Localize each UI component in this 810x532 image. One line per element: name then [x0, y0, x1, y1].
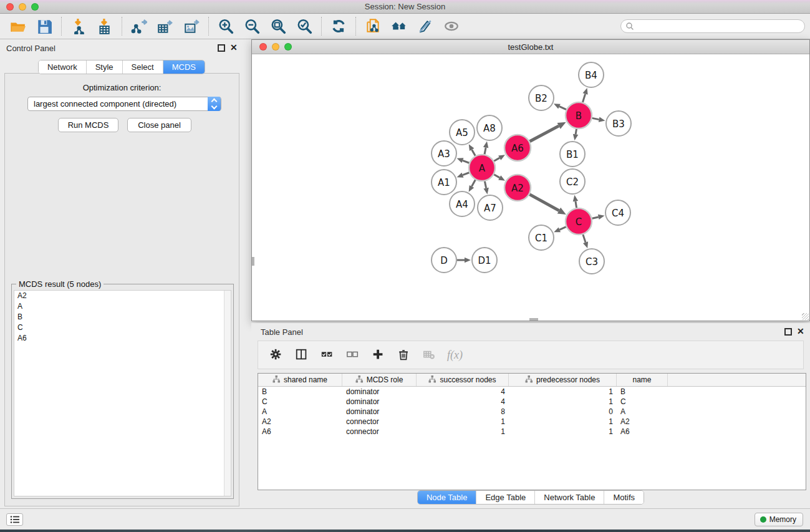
edge-B-B4[interactable]	[582, 94, 585, 102]
edge-C-C1[interactable]	[559, 227, 566, 230]
table-cell[interactable]: dominator	[342, 407, 417, 416]
add-row-button[interactable]	[367, 344, 390, 366]
table-cell[interactable]: A	[258, 407, 342, 416]
export-network-button[interactable]	[126, 16, 152, 37]
table-cell[interactable]: C	[617, 397, 668, 406]
zoom-in-button[interactable]	[213, 16, 239, 37]
table-cell[interactable]: A6	[258, 427, 342, 436]
column-header-predecessor-nodes[interactable]: predecessor nodes	[509, 374, 617, 386]
deselect-all-checks-button[interactable]	[341, 344, 364, 366]
zoom-out-button[interactable]	[239, 16, 265, 37]
table-cell[interactable]: 1	[417, 427, 509, 436]
edge-B-B2[interactable]	[559, 107, 566, 110]
close-window-button[interactable]	[6, 3, 14, 11]
show-columns-button[interactable]	[290, 344, 313, 366]
import-table-button[interactable]	[92, 16, 118, 37]
export-image-button[interactable]	[178, 16, 205, 37]
table-row[interactable]: Bdominator41B	[258, 387, 806, 397]
network-zoom-button[interactable]	[284, 43, 292, 51]
table-cell[interactable]: 4	[417, 387, 509, 396]
edge-A-A6[interactable]	[494, 158, 499, 161]
table-cell[interactable]: 4	[417, 397, 509, 406]
table-cell[interactable]: dominator	[342, 397, 417, 406]
float-panel-icon[interactable]	[218, 44, 225, 52]
tab-select[interactable]: Select	[123, 60, 163, 74]
zoom-fit-button[interactable]	[265, 16, 291, 37]
table-row[interactable]: Adominator80A	[258, 407, 806, 417]
column-header-name[interactable]: name	[617, 374, 668, 386]
edge-C-C2[interactable]	[576, 201, 577, 208]
zoom-window-button[interactable]	[31, 3, 39, 11]
resize-grip[interactable]	[802, 313, 809, 320]
save-session-button[interactable]	[31, 16, 57, 37]
edge-A-A4[interactable]	[471, 180, 475, 186]
result-list-item[interactable]: A2	[14, 291, 231, 301]
table-cell[interactable]: B	[258, 387, 342, 396]
minimize-window-button[interactable]	[19, 3, 26, 11]
network-from-selection-button[interactable]	[360, 16, 386, 37]
table-cell[interactable]: A6	[617, 427, 668, 436]
table-cell[interactable]: 1	[417, 417, 509, 426]
tab-node-table[interactable]: Node Table	[418, 491, 477, 504]
open-session-button[interactable]	[5, 16, 31, 37]
hide-annotations-button[interactable]	[412, 16, 438, 37]
table-cell[interactable]: C	[258, 397, 342, 406]
network-minimize-button[interactable]	[272, 43, 279, 51]
table-cell[interactable]: 1	[509, 427, 617, 436]
table-row[interactable]: A2connector11A2	[258, 417, 806, 427]
result-list-item[interactable]: B	[14, 312, 231, 322]
network-canvas[interactable]: B4B2BB3A8A5A6A3B1AA1C2A2A4A7C4CC1C3DD1	[252, 54, 809, 321]
tab-network[interactable]: Network	[39, 60, 87, 74]
result-scrollbar[interactable]	[224, 291, 231, 496]
refresh-button[interactable]	[325, 16, 352, 37]
edge-C-C4[interactable]	[592, 217, 598, 218]
tab-mcds[interactable]: MCDS	[163, 60, 205, 74]
result-list-item[interactable]: A	[14, 301, 231, 312]
task-history-button[interactable]	[6, 513, 23, 526]
memory-button[interactable]: Memory	[755, 513, 803, 526]
tab-style[interactable]: Style	[87, 60, 123, 74]
result-list-item[interactable]: C	[14, 322, 231, 333]
tab-network-table[interactable]: Network Table	[535, 491, 604, 504]
table-cell[interactable]: 1	[509, 397, 617, 406]
run-mcds-button[interactable]: Run MCDS	[58, 118, 118, 132]
edge-A6-B[interactable]	[529, 126, 559, 142]
table-row[interactable]: A6connector11A6	[258, 427, 806, 437]
import-network-button[interactable]	[65, 16, 92, 37]
table-row[interactable]: Cdominator41C	[258, 397, 806, 407]
table-cell[interactable]: 1	[509, 417, 617, 426]
edge-A-A3[interactable]	[463, 160, 469, 163]
edge-A-A5[interactable]	[472, 150, 476, 156]
table-cell[interactable]: 0	[509, 407, 617, 416]
close-panel-icon[interactable]: ✕	[230, 44, 238, 52]
edge-A-A1[interactable]	[463, 173, 469, 175]
mcds-result-list[interactable]: A2ABCA6	[14, 290, 231, 496]
table-cell[interactable]: A	[617, 407, 668, 416]
tab-edge-table[interactable]: Edge Table	[476, 491, 535, 504]
table-cell[interactable]: connector	[342, 427, 417, 436]
close-panel-button[interactable]: Close panel	[127, 118, 191, 132]
table-cell[interactable]: A2	[258, 417, 342, 426]
splitter-handle-bottom[interactable]	[529, 318, 538, 321]
table-cell[interactable]: B	[617, 387, 668, 396]
table-float-panel-icon[interactable]	[784, 328, 792, 336]
column-header-successor-nodes[interactable]: successor nodes	[417, 374, 509, 386]
network-close-button[interactable]	[259, 43, 267, 51]
edge-B-B3[interactable]	[592, 118, 599, 119]
column-header-shared-name[interactable]: shared name	[258, 374, 342, 386]
edge-C-C3[interactable]	[583, 235, 586, 243]
criterion-dropdown[interactable]: largest connected component (directed)	[27, 97, 221, 111]
edge-B-B1[interactable]	[576, 129, 576, 135]
table-close-panel-icon[interactable]: ✕	[797, 328, 804, 336]
cybrowser-home-button[interactable]	[386, 16, 412, 37]
network-window-titlebar[interactable]: testGlobe.txt	[252, 40, 809, 54]
splitter-handle-left[interactable]	[252, 257, 254, 266]
tab-motifs[interactable]: Motifs	[604, 491, 644, 504]
edge-A-A8[interactable]	[485, 147, 486, 154]
export-table-button[interactable]	[152, 16, 178, 37]
edge-A2-C[interactable]	[529, 195, 559, 211]
edge-A-A7[interactable]	[485, 181, 486, 188]
table-cell[interactable]: dominator	[342, 387, 417, 396]
edge-A-A2[interactable]	[494, 175, 499, 178]
delete-rows-button[interactable]	[392, 344, 415, 366]
